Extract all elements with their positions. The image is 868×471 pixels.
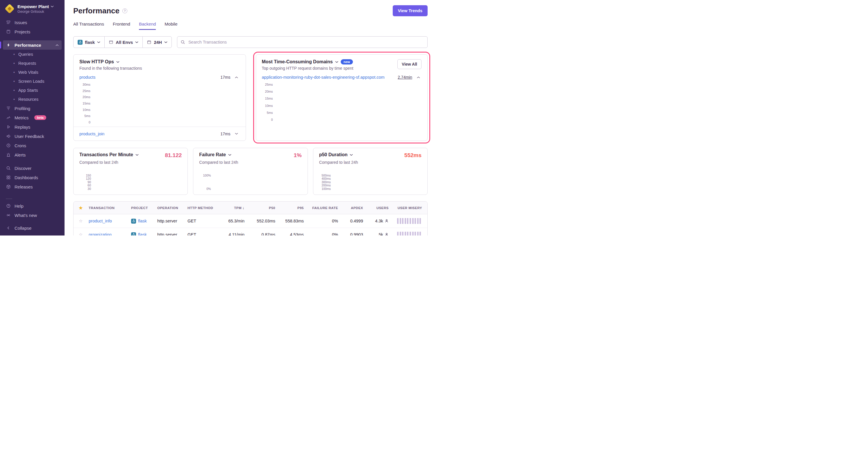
sidebar-item-profiling[interactable]: Profiling [3,104,62,113]
chevron-up-icon [235,76,238,78]
star-toggle[interactable]: ☆ [73,232,86,236]
stat-title: Failure Rate [199,152,226,157]
chevron-up-icon [56,44,59,46]
sidebar-item-screen-loads[interactable]: •Screen Loads [0,77,65,86]
sidebar-item-whats-new[interactable]: What's new [3,210,62,220]
sidebar-item-projects[interactable]: Projects [3,27,62,36]
chevron-down-icon[interactable] [350,154,353,156]
users-count: 5k [379,232,383,236]
date-range-filter-dropdown[interactable]: 24H [143,36,172,48]
star-toggle[interactable]: ☆ [73,218,86,224]
sidebar-item-help[interactable]: Help [3,201,62,210]
sidebar-item-label: Releases [14,184,33,189]
sidebar-item-queries[interactable]: •Queries [0,49,65,59]
user-misery-bar [397,232,422,236]
performance-icon [6,42,11,47]
chevron-down-icon[interactable] [335,61,338,63]
chart-current-series [213,174,302,191]
transaction-link[interactable]: organization [89,232,112,236]
y-tick: 10ms [265,104,273,107]
project-cell: flask [129,218,155,224]
project-link[interactable]: flask [138,218,147,223]
tab-backend[interactable]: Backend [139,22,156,30]
column-header-failure-rate[interactable]: FAILURE RATE [306,206,340,210]
p95-cell: 558.83ms [278,218,306,223]
column-header-p95[interactable]: P95 [278,206,306,210]
y-axis-labels: 500ms 400ms 300ms 200ms 100ms [319,174,331,191]
sidebar-item-requests[interactable]: •Requests [0,59,65,68]
environment-filter-dropdown[interactable]: All Envs [104,36,143,48]
flask-project-icon [131,232,136,236]
column-header-operation[interactable]: OPERATION [155,206,185,210]
column-header-project[interactable]: PROJECT [129,206,155,210]
sidebar-item-discover[interactable]: Discover [3,164,62,173]
y-tick: 400ms [321,177,331,180]
sort-desc-icon: ↓ [242,206,245,210]
sidebar-item-app-starts[interactable]: •App Starts [0,86,65,95]
search-transactions-input[interactable] [177,36,428,48]
sidebar-item-label: Projects [14,29,30,34]
transaction-row-products-join: products_join 17ms [73,127,246,140]
project-link[interactable]: flask [138,232,147,236]
chevron-down-icon[interactable] [135,154,139,156]
collapse-row-toggle[interactable] [415,75,422,80]
date-range-filter-label: 24H [154,40,162,45]
view-trends-button[interactable]: View Trends [393,5,428,16]
column-header-transaction[interactable]: TRANSACTION [86,206,129,210]
y-tick: 5ms [84,114,90,117]
tab-all-transactions[interactable]: All Transactions [73,22,104,30]
stat-title: p50 Duration [319,152,348,157]
sidebar-item-web-vitals[interactable]: •Web Vitals [0,68,65,77]
sidebar-item-metrics[interactable]: Metrics beta [3,113,62,122]
sidebar-item-issues[interactable]: Issues [3,18,62,27]
collapse-row-toggle[interactable] [234,75,240,80]
sidebar-collapse-button[interactable]: Collapse [3,223,62,233]
table-row[interactable]: ☆ organization flask http.server GET 4.1… [73,228,427,236]
project-filter-dropdown[interactable]: flask [73,36,105,48]
chevron-down-icon[interactable] [228,154,231,156]
chevron-down-icon [97,41,100,43]
table-row[interactable]: ☆ product_info flask http.server GET 65.… [73,214,427,228]
transaction-link[interactable]: products [80,75,96,79]
view-all-button[interactable]: View All [397,59,422,69]
domain-link[interactable]: application-monitoring-ruby-dot-sales-en… [262,75,384,79]
tab-mobile[interactable]: Mobile [164,22,177,30]
sidebar-item-user-feedback[interactable]: User Feedback [3,132,62,141]
sidebar-item-releases[interactable]: Releases [3,182,62,191]
chevron-down-icon[interactable] [116,61,120,63]
sidebar-item-replays[interactable]: Replays [3,122,62,132]
org-switcher[interactable]: Empower Plant George Gritsouk [0,0,65,16]
slow-http-ops-widget: Slow HTTP Ops Found in the following tra… [73,54,246,141]
chart-current-series [275,83,422,122]
page-help-icon[interactable]: ? [122,8,127,13]
tab-frontend[interactable]: Frontend [113,22,130,30]
sidebar-item-dashboards[interactable]: Dashboards [3,173,62,182]
star-icon[interactable]: ★ [73,205,86,210]
sidebar-item-label: Issues [14,20,27,25]
column-header-user-misery[interactable]: USER MISERY [391,206,427,210]
expand-row-toggle[interactable] [234,131,240,136]
domains-chart: 25ms 20ms 15ms 10ms 5ms 0 [256,80,428,124]
y-tick: 0 [271,118,273,122]
new-badge: new [341,59,353,64]
column-header-users[interactable]: USERS [365,206,391,210]
sidebar-item-alerts[interactable]: Alerts [3,150,62,160]
chevron-down-icon [164,41,167,43]
column-header-p50[interactable]: P50 [247,206,278,210]
siren-icon [6,152,11,157]
y-axis-labels: 25ms 20ms 15ms 10ms 5ms 0 [262,83,273,122]
column-header-apdex[interactable]: APDEX [340,206,365,210]
chevron-down-icon [235,133,238,135]
y-tick: 15ms [83,102,90,105]
user-misery-bar [397,218,422,224]
sidebar-item-performance[interactable]: Performance [3,40,62,49]
column-header-tpm[interactable]: TPM↓ [219,206,247,210]
column-header-http-method[interactable]: HTTP METHOD [185,206,219,210]
sidebar-item-label: Collapse [14,226,31,231]
sidebar-item-resources[interactable]: •Resources [0,95,65,104]
sidebar-item-crons[interactable]: Crons [3,141,62,150]
y-tick: 25ms [83,90,90,93]
duration-value[interactable]: 2.74min [395,75,412,79]
transaction-link[interactable]: product_info [89,218,112,223]
transaction-link[interactable]: products_join [80,132,104,136]
